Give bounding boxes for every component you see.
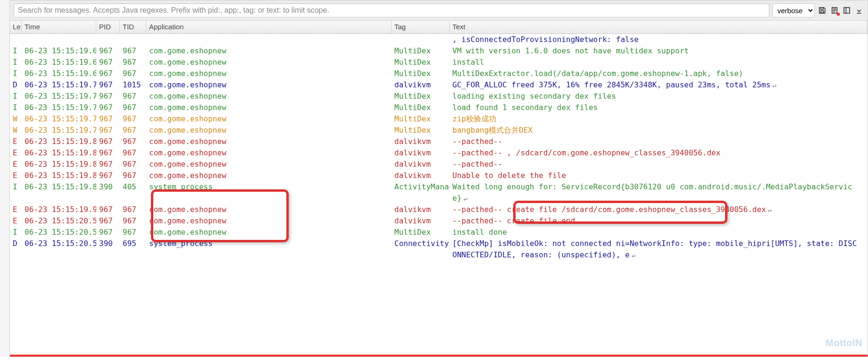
log-tid: 967 (120, 227, 146, 238)
log-text: zip校验成功 (450, 113, 868, 125)
log-tid: 967 (120, 125, 146, 136)
log-time: 06-23 15:15:19.84 (22, 181, 96, 204)
log-pid: 967 (96, 79, 120, 91)
logcat-panel: verbose Le Time PID TID Application (9, 0, 868, 357)
log-application: com.gome.eshopnew (146, 136, 392, 147)
log-row[interactable]: D06-23 15:15:19.739671015com.gome.eshopn… (10, 79, 868, 91)
log-tid: 967 (120, 136, 146, 147)
log-row[interactable]: I06-23 15:15:19.67967967com.gome.eshopne… (10, 68, 868, 79)
log-tag: dalvikvm (392, 147, 450, 159)
log-level: E (10, 136, 22, 147)
log-pid: 967 (96, 45, 120, 57)
log-level: I (10, 68, 22, 79)
log-row[interactable]: E06-23 15:15:19.82967967com.gome.eshopne… (10, 159, 868, 170)
log-tid: 967 (120, 113, 146, 125)
log-time: 06-23 15:15:19.82 (22, 136, 96, 147)
header-application[interactable]: Application (146, 21, 392, 34)
log-tid: 967 (120, 170, 146, 181)
log-text: --pacthed-- create file /sdcard/com.gome… (450, 204, 868, 215)
log-application: com.gome.eshopnew (146, 159, 392, 170)
log-tid: 1015 (120, 79, 146, 91)
log-application: com.gome.eshopnew (146, 102, 392, 113)
log-text: Waited long enough for: ServiceRecord{b3… (450, 181, 868, 204)
log-row[interactable]: I06-23 15:15:19.62967967com.gome.eshopne… (10, 57, 868, 68)
save-icon[interactable] (818, 6, 827, 15)
layout-icon[interactable] (842, 6, 851, 15)
log-level: I (10, 57, 22, 68)
log-row[interactable]: I06-23 15:15:19.84390405system_processAc… (10, 181, 868, 204)
level-select[interactable]: verbose (772, 3, 815, 17)
search-input[interactable] (14, 3, 769, 17)
log-row[interactable]: E06-23 15:15:19.82967967com.gome.eshopne… (10, 170, 868, 181)
log-level: I (10, 45, 22, 57)
log-level: E (10, 170, 22, 181)
log-level: W (10, 125, 22, 136)
log-row[interactable]: I06-23 15:15:19.74967967com.gome.eshopne… (10, 91, 868, 102)
log-row[interactable]: I06-23 15:15:19.77967967com.gome.eshopne… (10, 102, 868, 113)
header-tag[interactable]: Tag (392, 21, 450, 34)
clear-log-icon[interactable] (830, 6, 839, 15)
log-row[interactable]: W06-23 15:15:19.77967967com.gome.eshopne… (10, 125, 868, 136)
log-text: load found 1 secondary dex files (450, 102, 868, 113)
log-pid: 967 (96, 159, 120, 170)
log-pid: 967 (96, 204, 120, 215)
log-body[interactable]: , isConnectedToProvisioningNetwork: fals… (10, 34, 868, 357)
log-tid: 967 (120, 57, 146, 68)
newline-icon: ↵ (766, 206, 772, 213)
log-tid: 405 (120, 181, 146, 204)
log-application: com.gome.eshopnew (146, 91, 392, 102)
scroll-end-icon[interactable] (854, 6, 864, 15)
log-tag: MultiDex (392, 45, 450, 57)
log-time: 06-23 15:15:19.77 (22, 113, 96, 125)
header-text[interactable]: Text (450, 21, 868, 34)
log-row[interactable]: I06-23 15:15:20.56967967com.gome.eshopne… (10, 227, 868, 238)
svg-rect-0 (821, 11, 824, 13)
log-row[interactable]: E06-23 15:15:19.82967967com.gome.eshopne… (10, 147, 868, 159)
log-pid: 967 (96, 113, 120, 125)
log-time: 06-23 15:15:19.74 (22, 91, 96, 102)
log-row[interactable]: E06-23 15:15:20.56967967com.gome.eshopne… (10, 215, 868, 227)
log-time: 06-23 15:15:19.95 (22, 204, 96, 215)
log-row[interactable]: E06-23 15:15:19.95967967com.gome.eshopne… (10, 204, 868, 215)
log-tid: 967 (120, 45, 146, 57)
header-level[interactable]: Le (10, 21, 22, 34)
log-row[interactable]: I06-23 15:15:19.62967967com.gome.eshopne… (10, 45, 868, 57)
log-pid: 390 (96, 238, 120, 261)
log-application: com.gome.eshopnew (146, 215, 392, 227)
svg-rect-5 (844, 8, 850, 13)
log-tid: 967 (120, 102, 146, 113)
log-row[interactable]: D06-23 15:15:20.51390695system_processCo… (10, 238, 868, 261)
log-text: install (450, 57, 868, 68)
header-pid[interactable]: PID (96, 21, 120, 34)
log-level: E (10, 159, 22, 170)
log-text: loading existing secondary dex files (450, 91, 868, 102)
log-text: VM with version 1.6.0 does not have mult… (450, 45, 868, 57)
log-level: D (10, 238, 22, 261)
log-pid: 967 (96, 215, 120, 227)
log-pid: 967 (96, 136, 120, 147)
log-pid: 967 (96, 68, 120, 79)
log-application: com.gome.eshopnew (146, 57, 392, 68)
log-row-partial: , isConnectedToProvisioningNetwork: fals… (10, 34, 868, 45)
log-tid: 967 (120, 159, 146, 170)
log-time: 06-23 15:15:19.67 (22, 68, 96, 79)
bottom-red-bar (10, 355, 868, 357)
log-tag: dalvikvm (392, 159, 450, 170)
log-application: com.gome.eshopnew (146, 204, 392, 215)
log-application: system_process (146, 181, 392, 204)
newline-icon: ↵ (770, 81, 776, 89)
log-application: com.gome.eshopnew (146, 227, 392, 238)
log-row[interactable]: W06-23 15:15:19.77967967com.gome.eshopne… (10, 113, 868, 125)
log-text: bangbang模式合并DEX (450, 125, 868, 136)
header-time[interactable]: Time (22, 21, 96, 34)
log-row[interactable]: E06-23 15:15:19.82967967com.gome.eshopne… (10, 136, 868, 147)
log-time: 06-23 15:15:20.56 (22, 215, 96, 227)
log-tag: MultiDex (392, 68, 450, 79)
log-application: com.gome.eshopnew (146, 147, 392, 159)
log-application: com.gome.eshopnew (146, 113, 392, 125)
log-tag: MultiDex (392, 227, 450, 238)
log-time: 06-23 15:15:19.82 (22, 147, 96, 159)
header-tid[interactable]: TID (120, 21, 146, 34)
log-tid: 967 (120, 91, 146, 102)
log-time: 06-23 15:15:19.82 (22, 159, 96, 170)
